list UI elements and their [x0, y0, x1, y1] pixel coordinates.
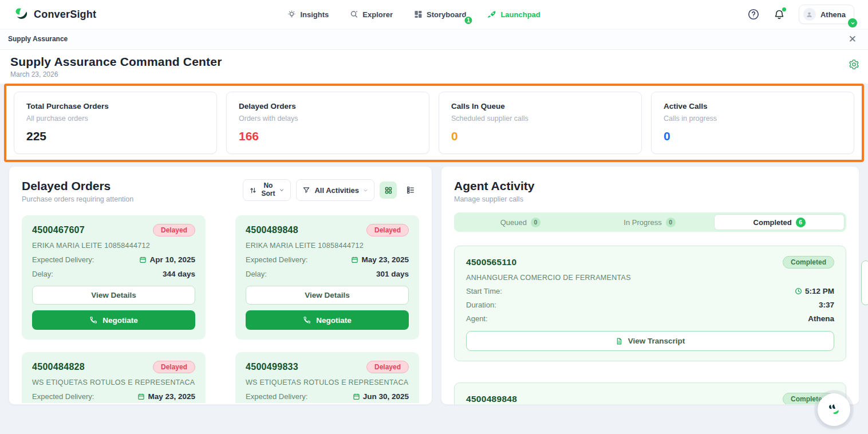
nav-item-label: Insights [300, 10, 329, 19]
document-icon [616, 337, 623, 345]
stat-sublabel: All purchase orders [26, 115, 204, 123]
stat-value: 166 [239, 129, 417, 143]
conversight-mark-icon [826, 401, 843, 419]
panel-title: Agent Activity [454, 179, 846, 193]
negotiate-button[interactable]: Negotiate [246, 310, 409, 330]
agent-label: Agent: [466, 314, 488, 323]
expected-delivery-value: Apr 10, 2025 [139, 255, 195, 264]
order-cards-viewport: 4500467607 Delayed ERIKA MARIA LEITE 108… [22, 215, 419, 403]
expected-delivery-label: Expected Delivery: [32, 392, 94, 401]
nav-right: Athena [747, 5, 854, 24]
help-button[interactable] [747, 8, 760, 21]
nav-item-launchpad[interactable]: Launchpad [487, 10, 540, 19]
stat-value: 0 [451, 129, 629, 143]
view-details-button[interactable]: View Details [32, 286, 195, 305]
avatar [803, 8, 816, 21]
po-number: 4500499833 [246, 362, 298, 372]
agent-activity-tabs: Queued 0 In Progress 0 Completed 6 [454, 212, 846, 232]
filter-label: All Activities [314, 186, 359, 195]
nav-center: Insights Explorer Storyboard 1 Launchpa [287, 0, 540, 29]
stat-label: Delayed Orders [239, 102, 417, 111]
brand[interactable]: ConverSight [14, 7, 96, 22]
tab-label: Queued [500, 218, 527, 227]
main-content: Delayed Orders Purchase orders requiring… [0, 162, 868, 405]
stat-sublabel: Orders with delays [239, 115, 417, 123]
status-badge: Delayed [366, 224, 409, 236]
stat-label: Active Calls [664, 102, 842, 111]
order-card: 4500489848 Delayed ERIKA MARIA LEITE 108… [235, 215, 419, 340]
tab-queued[interactable]: Queued 0 [456, 214, 585, 230]
expected-delivery-value: May 23, 2025 [137, 392, 195, 401]
sort-dropdown[interactable]: NoSort [243, 179, 291, 201]
supply-assurance-screen: ConverSight Insights Explorer Storyboard [0, 0, 868, 434]
phone-icon [89, 316, 97, 324]
storyboard-icon [413, 10, 423, 19]
expected-delivery-label: Expected Delivery: [246, 255, 307, 264]
sort-arrows-icon [249, 186, 257, 195]
agent-value: Athena [808, 314, 834, 323]
stat-label: Calls In Queue [451, 102, 629, 111]
tab-count-badge: 0 [531, 218, 540, 227]
negotiate-button[interactable]: Negotiate [32, 310, 195, 330]
expected-delivery-value: May 23, 2025 [351, 255, 409, 264]
user-menu[interactable]: Athena [799, 5, 854, 24]
delay-value: 344 days [163, 270, 195, 278]
storyboard-count-badge: 1 [463, 15, 473, 25]
close-icon[interactable]: ✕ [845, 33, 860, 45]
settings-gear-icon[interactable] [849, 59, 859, 70]
activities-filter-dropdown[interactable]: All Activities [296, 179, 374, 201]
nav-item-label: Launchpad [500, 10, 540, 19]
supplier-name: ERIKA MARIA LEITE 10858444712 [32, 242, 195, 250]
page-title: Supply Assurance Command Center [10, 55, 858, 69]
page-header: Supply Assurance Command Center March 23… [0, 50, 868, 84]
insights-icon [287, 10, 296, 19]
start-time-label: Start Time: [466, 287, 502, 295]
delay-label: Delay: [32, 270, 53, 278]
chevron-down-icon [279, 187, 285, 193]
po-number: 4500484828 [32, 362, 85, 372]
chevron-down-icon [363, 188, 368, 193]
launchpad-rocket-icon [487, 10, 496, 19]
delayed-orders-controls: NoSort All Activities [243, 179, 419, 201]
workspace-tabstrip: Supply Assurance ✕ [0, 29, 868, 50]
po-number: 4500489848 [466, 394, 517, 404]
list-view-toggle[interactable] [402, 182, 419, 199]
call-card: 4500489848 Completed ERIKA MARIA LEITE 1… [454, 382, 846, 405]
expected-delivery-label: Expected Delivery: [32, 255, 94, 264]
top-nav: ConverSight Insights Explorer Storyboard [0, 0, 868, 29]
athena-chat-fab[interactable] [818, 393, 850, 426]
tab-completed[interactable]: Completed 6 [714, 214, 845, 230]
po-number: 4500565110 [466, 257, 516, 267]
expected-delivery-label: Expected Delivery: [246, 392, 307, 401]
tab-in-progress[interactable]: In Progress 0 [585, 214, 715, 230]
expected-delivery-value: Jun 30, 2025 [353, 392, 409, 401]
side-drawer-handle[interactable] [861, 261, 868, 305]
calendar-icon [351, 256, 358, 263]
nav-item-label: Explorer [362, 10, 393, 19]
panel-subtitle: Manage supplier calls [454, 195, 846, 203]
calendar-icon [137, 393, 145, 400]
status-badge: Delayed [366, 361, 409, 373]
stat-sublabel: Scheduled supplier calls [451, 115, 629, 123]
tab-supply-assurance[interactable]: Supply Assurance [8, 35, 68, 43]
delayed-orders-heading: Delayed Orders Purchase orders requiring… [22, 179, 133, 203]
nav-item-insights[interactable]: Insights [287, 10, 329, 19]
nav-item-explorer[interactable]: Explorer [349, 10, 393, 19]
order-card: 4500484828 Delayed WS ETIQUETAS ROTULOS … [22, 352, 206, 403]
view-transcript-button[interactable]: View Transcript [466, 331, 834, 351]
notifications-button[interactable] [774, 9, 785, 21]
duration-label: Duration: [466, 301, 496, 309]
user-name: Athena [820, 10, 846, 19]
grid-view-toggle[interactable] [380, 182, 397, 199]
brand-name: ConverSight [34, 9, 96, 21]
stat-delayed-orders: Delayed Orders Orders with delays 166 [226, 92, 429, 154]
nav-item-storyboard[interactable]: Storyboard 1 [413, 10, 466, 19]
status-badge: Delayed [153, 224, 195, 236]
stat-value: 225 [26, 129, 204, 143]
conversight-logo-icon [14, 7, 29, 22]
notification-dot [782, 7, 786, 11]
view-details-button[interactable]: View Details [246, 286, 409, 305]
tab-count-badge: 0 [666, 218, 676, 227]
delayed-orders-panel: Delayed Orders Purchase orders requiring… [9, 166, 432, 405]
stat-label: Total Purchase Orders [26, 102, 204, 111]
